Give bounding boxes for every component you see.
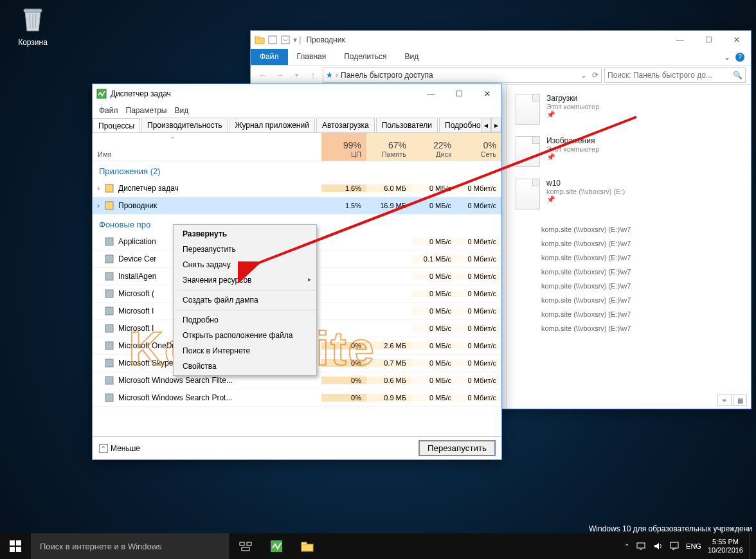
language-indicator[interactable]: ENG	[686, 542, 701, 550]
breadcrumb[interactable]: Панель быстрого доступа	[341, 71, 433, 80]
process-cpu: 1.6%	[321, 184, 366, 192]
explorer-minimize-button[interactable]: —	[666, 31, 694, 49]
recent-file-path[interactable]: komp.site (\\vboxsrv) (E:)\w7	[516, 293, 744, 307]
ribbon-share-tab[interactable]: Поделиться	[335, 49, 395, 65]
recent-file-path[interactable]: komp.site (\\vboxsrv) (E:)\w7	[516, 279, 744, 293]
end-task-button[interactable]: Перезапустить	[419, 441, 495, 456]
taskmgr-close-button[interactable]: ✕	[473, 85, 501, 103]
context-menu-item[interactable]: Развернуть	[174, 226, 316, 242]
context-menu-item[interactable]: Подробно	[174, 312, 316, 328]
svg-rect-3	[269, 36, 276, 44]
context-menu-item[interactable]: Открыть расположение файла	[174, 328, 316, 343]
svg-rect-30	[637, 543, 645, 548]
process-cpu: 0%	[321, 394, 366, 402]
explorer-maximize-button[interactable]: ☐	[694, 31, 723, 49]
taskmgr-titlebar[interactable]: Диспетчер задач — ☐ ✕	[93, 84, 501, 103]
nav-recent-button[interactable]: ▾	[289, 68, 303, 82]
ribbon-help-button[interactable]: ?	[735, 53, 744, 62]
taskmgr-tab[interactable]: Автозагрузка	[316, 118, 375, 132]
context-menu-item[interactable]: Свойства	[174, 359, 316, 374]
process-row[interactable]: Microsoft Windows Search Prot... 0% 0.9 …	[93, 389, 501, 407]
process-network: 0 Мбит/с	[456, 202, 501, 209]
taskmgr-maximize-button[interactable]: ☐	[445, 85, 473, 103]
explorer-ribbon: Файл Главная Поделиться Вид ⌄ ?	[251, 49, 751, 66]
taskmgr-tab[interactable]: Подробности	[439, 118, 481, 132]
ribbon-file-tab[interactable]: Файл	[251, 49, 288, 65]
context-menu-item[interactable]: Поиск в Интернете	[174, 343, 316, 359]
menu-file[interactable]: Файл	[99, 106, 118, 115]
refresh-button[interactable]: ⟳	[592, 71, 598, 80]
process-row[interactable]: › Диспетчер задач 1.6% 6.0 МБ 0 МБ/с 0 М…	[93, 180, 501, 197]
view-details-button[interactable]: ≡	[717, 395, 732, 406]
context-menu-item[interactable]: Снять задачу	[174, 257, 316, 272]
explorer-search-input[interactable]	[608, 71, 733, 80]
quick-access-item[interactable]: Загрузки Этот компьютер 📌	[516, 94, 744, 125]
tabs-scroll-left[interactable]: ◂	[481, 118, 491, 132]
view-icons-button[interactable]: ▦	[733, 395, 747, 406]
process-disk: 0 МБ/с	[411, 359, 456, 367]
context-menu-item[interactable]: Значения ресурсов	[174, 272, 316, 288]
recycle-bin-icon	[20, 5, 46, 33]
action-center-icon[interactable]	[669, 541, 680, 551]
address-field[interactable]: ★ › Панель быстрого доступа ⌄ ⟳	[323, 67, 602, 83]
explorer-titlebar[interactable]: ▾ | Проводник — ☐ ✕	[251, 31, 751, 49]
ribbon-home-tab[interactable]: Главная	[288, 49, 336, 65]
context-menu-item[interactable]: Создать файл дампа	[174, 292, 316, 308]
recent-file-path[interactable]: komp.site (\\vboxsrv) (E:)\w7	[516, 307, 744, 321]
taskmgr-tab[interactable]: Пользователи	[376, 118, 438, 132]
item-location: Этот компьютер	[546, 103, 599, 111]
expand-toggle[interactable]: ›	[93, 184, 104, 193]
menu-options[interactable]: Параметры	[126, 106, 167, 115]
ribbon-expand-button[interactable]: ⌄	[724, 53, 730, 62]
qat-dropdown-icon[interactable]	[280, 35, 291, 45]
column-memory[interactable]: 67%Память	[366, 133, 411, 161]
column-network[interactable]: 0%Сеть	[456, 133, 501, 161]
menu-separator	[175, 290, 315, 290]
search-icon: 🔍	[733, 71, 742, 80]
process-disk: 0 МБ/с	[411, 394, 456, 402]
nav-forward-button[interactable]: →	[273, 68, 287, 82]
svg-rect-24	[240, 542, 244, 546]
taskmgr-minimize-button[interactable]: —	[417, 85, 445, 103]
network-icon[interactable]	[636, 541, 646, 551]
explorer-main-pane[interactable]: Загрузки Этот компьютер 📌 Изображения Эт…	[507, 85, 751, 409]
taskbar-clock[interactable]: 5:55 PM 10/20/2016	[708, 538, 743, 555]
show-desktop-button[interactable]	[750, 533, 753, 559]
svg-rect-15	[105, 359, 113, 367]
taskmgr-tab[interactable]: Процессы	[93, 118, 140, 132]
recent-file-path[interactable]: komp.site (\\vboxsrv) (E:)\w7	[516, 265, 744, 279]
process-cpu: 0%	[321, 359, 366, 367]
process-row[interactable]: › Проводник 1.5% 16.9 МБ 0 МБ/с 0 Мбит/с	[93, 197, 501, 215]
pin-icon: 📌	[546, 195, 625, 204]
desktop-recycle-bin[interactable]: Корзина	[10, 5, 55, 47]
explorer-close-button[interactable]: ✕	[723, 31, 751, 49]
tabs-scroll-right[interactable]: ▸	[491, 118, 501, 132]
taskbar-search[interactable]: Поиск в интернете и в Windows	[31, 533, 230, 559]
column-disk[interactable]: 22%Диск	[411, 133, 456, 161]
column-cpu[interactable]: 99%ЦП	[321, 133, 366, 161]
taskmgr-tab[interactable]: Производительность	[141, 118, 228, 132]
ribbon-view-tab[interactable]: Вид	[395, 49, 428, 65]
explorer-search[interactable]: 🔍	[604, 67, 746, 83]
column-name[interactable]: ⌃ Имя	[93, 133, 321, 161]
taskbar-taskmgr-button[interactable]	[261, 533, 292, 559]
taskmgr-tab[interactable]: Журнал приложений	[230, 118, 315, 132]
recent-file-path[interactable]: komp.site (\\vboxsrv) (E:)\w7	[516, 251, 744, 265]
fewer-details-button[interactable]: ⌃ Меньше	[99, 444, 140, 453]
context-menu-item[interactable]: Перезапустить	[174, 242, 316, 257]
nav-up-button[interactable]: ↑	[306, 68, 320, 82]
menu-view[interactable]: Вид	[174, 106, 188, 115]
recent-file-path[interactable]: komp.site (\\vboxsrv) (E:)\w7	[516, 236, 744, 251]
tray-expand-button[interactable]: ⌃	[624, 543, 629, 550]
quick-access-item[interactable]: w10 komp.site (\\vboxsrv) (E:) 📌	[516, 179, 744, 209]
taskbar-explorer-button[interactable]	[292, 533, 323, 559]
task-view-button[interactable]	[230, 541, 261, 551]
taskmgr-column-headers: ⌃ Имя 99%ЦП 67%Память 22%Диск 0%Сеть	[93, 133, 501, 161]
nav-back-button[interactable]: ←	[256, 68, 270, 82]
recent-file-path[interactable]: komp.site (\\vboxsrv) (E:)\w7	[516, 222, 744, 236]
expand-toggle[interactable]: ›	[93, 201, 104, 210]
volume-icon[interactable]	[652, 541, 663, 551]
quick-access-item[interactable]: Изображения Этот компьютер 📌	[516, 136, 744, 167]
start-button[interactable]	[0, 533, 31, 559]
recent-file-path[interactable]: komp.site (\\vboxsrv) (E:)\w7	[516, 321, 744, 335]
